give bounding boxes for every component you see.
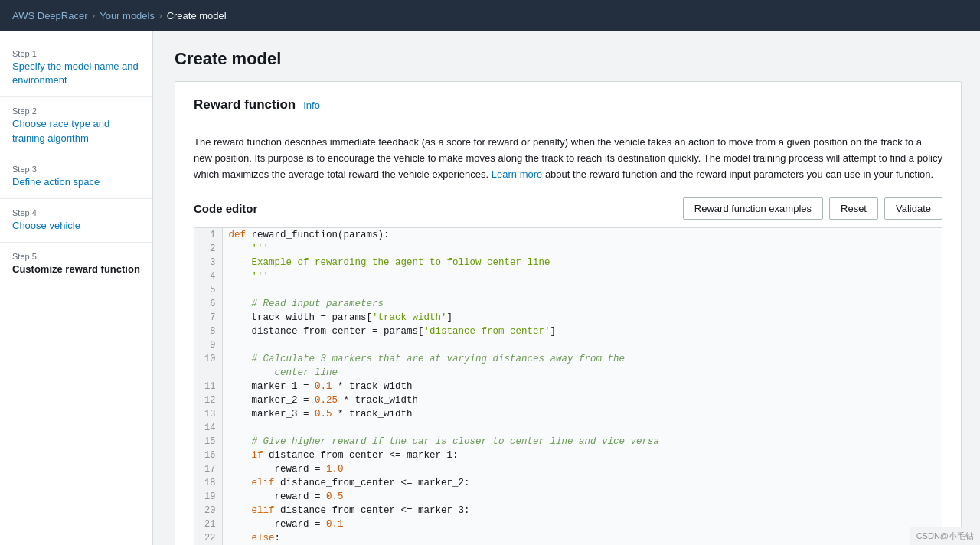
- line-num: 15: [194, 435, 222, 449]
- table-row: 19 reward = 0.5: [194, 490, 942, 504]
- line-num: 21: [194, 517, 222, 531]
- line-code: # Read input parameters: [222, 297, 942, 311]
- table-row: 9: [194, 338, 942, 352]
- line-code: [222, 338, 942, 352]
- table-row: center line: [194, 366, 942, 380]
- reward-function-card: Reward function Info The reward function…: [175, 81, 962, 545]
- line-code: def reward_function(params):: [222, 228, 942, 242]
- step-2-title[interactable]: Choose race type and training algorithm: [12, 117, 140, 145]
- line-code: elif distance_from_center <= marker_2:: [222, 476, 942, 490]
- table-row: 21 reward = 0.1: [194, 517, 942, 531]
- line-code: marker_2 = 0.25 * track_width: [222, 393, 942, 407]
- line-code: marker_1 = 0.1 * track_width: [222, 380, 942, 393]
- breadcrumb-sep-1: ›: [93, 11, 96, 20]
- line-num: 10: [194, 352, 222, 366]
- sidebar-step-5[interactable]: Step 5 Customize reward function: [0, 246, 152, 282]
- table-row: 4 ''': [194, 269, 942, 283]
- card-title: Reward function: [194, 97, 296, 113]
- line-num: [194, 366, 222, 380]
- table-row: 2 ''': [194, 242, 942, 256]
- table-row: 12 marker_2 = 0.25 * track_width: [194, 393, 942, 407]
- breadcrumb-deepracer[interactable]: AWS DeepRacer: [12, 10, 88, 21]
- info-link[interactable]: Info: [303, 100, 320, 111]
- sidebar-step-4[interactable]: Step 4 Choose vehicle: [0, 202, 152, 239]
- step-5-title: Customize reward function: [12, 263, 140, 276]
- sidebar-divider-3: [0, 198, 152, 199]
- desc-text-2: about the reward function and the reward…: [545, 168, 933, 180]
- code-editor-buttons: Reward function examples Reset Validate: [683, 197, 942, 220]
- code-editor-header: Code editor Reward function examples Res…: [194, 197, 942, 220]
- line-code: Example of rewarding the agent to follow…: [222, 256, 942, 269]
- table-row: 5: [194, 283, 942, 297]
- table-row: 11 marker_1 = 0.1 * track_width: [194, 380, 942, 393]
- table-row: 15 # Give higher reward if the car is cl…: [194, 435, 942, 449]
- card-header: Reward function Info: [194, 97, 942, 122]
- table-row: 6 # Read input parameters: [194, 297, 942, 311]
- code-lines: 1 def reward_function(params): 2 ''' 3 E…: [194, 228, 942, 545]
- table-row: 13 marker_3 = 0.5 * track_width: [194, 407, 942, 421]
- table-row: 8 distance_from_center = params['distanc…: [194, 325, 942, 338]
- line-num: 12: [194, 393, 222, 407]
- line-num: 2: [194, 242, 222, 256]
- line-code: if distance_from_center <= marker_1:: [222, 449, 942, 462]
- code-editor-section: Code editor Reward function examples Res…: [194, 197, 942, 545]
- step-1-title[interactable]: Specify the model name and environment: [12, 60, 140, 87]
- learn-more-link[interactable]: Learn more: [492, 168, 542, 180]
- line-num: 17: [194, 462, 222, 476]
- main-content: Create model Reward function Info The re…: [153, 31, 980, 545]
- line-num: 11: [194, 380, 222, 393]
- step-1-label: Step 1: [12, 49, 140, 58]
- watermark: CSDN@小毛钻: [910, 527, 980, 545]
- line-num: 5: [194, 283, 222, 297]
- table-row: 3 Example of rewarding the agent to foll…: [194, 256, 942, 269]
- sidebar-step-3[interactable]: Step 3 Define action space: [0, 158, 152, 195]
- layout: Step 1 Specify the model name and enviro…: [0, 31, 980, 545]
- line-code: track_width = params['track_width']: [222, 311, 942, 325]
- code-container[interactable]: 1 def reward_function(params): 2 ''' 3 E…: [194, 227, 942, 545]
- line-code: [222, 421, 942, 435]
- line-code: distance_from_center = params['distance_…: [222, 325, 942, 338]
- line-code: ''': [222, 242, 942, 256]
- sidebar-step-1[interactable]: Step 1 Specify the model name and enviro…: [0, 43, 152, 93]
- line-code: ''': [222, 269, 942, 283]
- sidebar-divider-1: [0, 96, 152, 97]
- step-4-label: Step 4: [12, 208, 140, 217]
- step-4-title[interactable]: Choose vehicle: [12, 219, 140, 233]
- table-row: 16 if distance_from_center <= marker_1:: [194, 449, 942, 462]
- line-num: 18: [194, 476, 222, 490]
- sidebar-divider-4: [0, 242, 152, 243]
- step-5-label: Step 5: [12, 252, 140, 261]
- table-row: 17 reward = 1.0: [194, 462, 942, 476]
- breadcrumb-your-models[interactable]: Your models: [100, 10, 155, 21]
- breadcrumb-sep-2: ›: [159, 11, 162, 20]
- table-row: 20 elif distance_from_center <= marker_3…: [194, 504, 942, 517]
- line-code: center line: [222, 366, 942, 380]
- line-code: marker_3 = 0.5 * track_width: [222, 407, 942, 421]
- line-code: [222, 283, 942, 297]
- reward-examples-button[interactable]: Reward function examples: [683, 197, 823, 220]
- page-title: Create model: [175, 49, 962, 69]
- code-editor-title: Code editor: [194, 202, 257, 215]
- line-num: 20: [194, 504, 222, 517]
- line-num: 9: [194, 338, 222, 352]
- table-row: 7 track_width = params['track_width']: [194, 311, 942, 325]
- reset-button[interactable]: Reset: [829, 197, 878, 220]
- sidebar-step-2[interactable]: Step 2 Choose race type and training alg…: [0, 100, 152, 151]
- line-num: 19: [194, 490, 222, 504]
- line-num: 8: [194, 325, 222, 338]
- table-row: 18 elif distance_from_center <= marker_2…: [194, 476, 942, 490]
- table-row: 14: [194, 421, 942, 435]
- step-3-title[interactable]: Define action space: [12, 175, 140, 189]
- line-num: 6: [194, 297, 222, 311]
- table-row: 22 else:: [194, 531, 942, 545]
- sidebar-divider-2: [0, 155, 152, 155]
- sidebar: Step 1 Specify the model name and enviro…: [0, 31, 153, 545]
- validate-button[interactable]: Validate: [884, 197, 942, 220]
- top-bar: AWS DeepRacer › Your models › Create mod…: [0, 0, 980, 31]
- breadcrumb: AWS DeepRacer › Your models › Create mod…: [12, 10, 227, 21]
- line-code: reward = 0.1: [222, 517, 942, 531]
- line-num: 7: [194, 311, 222, 325]
- line-num: 14: [194, 421, 222, 435]
- line-num: 13: [194, 407, 222, 421]
- line-num: 16: [194, 449, 222, 462]
